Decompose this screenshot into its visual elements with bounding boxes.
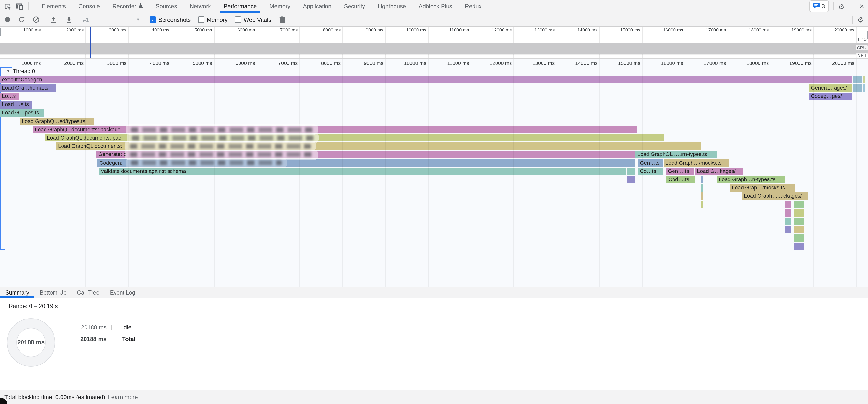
checkbox-box[interactable] xyxy=(198,17,204,23)
flame-bar[interactable]: Load …s.ts xyxy=(0,101,32,108)
details-tab-call-tree[interactable]: Call Tree xyxy=(72,287,104,298)
flame-bar[interactable]: Load Gra…hema.ts xyxy=(0,84,56,92)
flame-bar[interactable] xyxy=(785,218,792,225)
tab-adblock-plus[interactable]: Adblock Plus xyxy=(412,0,459,12)
tab-label: Performance xyxy=(223,3,257,10)
inspect-element-icon[interactable] xyxy=(4,3,11,10)
flame-bar[interactable] xyxy=(853,84,862,92)
issues-badge[interactable]: 3 xyxy=(809,0,829,12)
flame-bar[interactable]: Load Graph…/mocks.ts xyxy=(663,159,729,167)
tab-security[interactable]: Security xyxy=(338,0,371,12)
capture-settings-gear-icon[interactable]: ⚙ xyxy=(857,16,864,23)
flame-bar[interactable]: Load Graph…n-types.ts xyxy=(717,176,785,183)
profile-select[interactable]: #1 ▼ xyxy=(83,17,140,23)
tab-memory[interactable]: Memory xyxy=(263,0,297,12)
window-right-grip[interactable] xyxy=(867,31,868,39)
checkbox-box[interactable] xyxy=(235,17,241,23)
ruler-tick-label: 4000 ms xyxy=(150,60,169,66)
flame-bar[interactable]: Load Graph…packages/ xyxy=(742,192,808,200)
flame-bar[interactable]: Load GraphQL documents: package xyxy=(33,126,637,133)
tab-lighthouse[interactable]: Lighthouse xyxy=(371,0,412,12)
flame-bar-label: Load Graph…/mocks.ts xyxy=(665,160,721,165)
flame-bar[interactable] xyxy=(627,176,635,183)
flame-bar[interactable] xyxy=(785,201,792,208)
flame-bar[interactable]: Load Grap…/mocks.ts xyxy=(730,184,795,192)
blurred-text xyxy=(132,135,314,140)
overview-tick-label: 19000 ms xyxy=(792,27,812,32)
flame-bar[interactable] xyxy=(701,192,703,200)
timeline-overview[interactable]: 1000 ms2000 ms3000 ms4000 ms5000 ms6000 … xyxy=(0,27,868,59)
devtools-window: ElementsConsoleRecorderSourcesNetworkPer… xyxy=(0,0,868,404)
checkbox-web-vitals[interactable]: Web Vitals xyxy=(235,16,271,23)
tab-elements[interactable]: Elements xyxy=(35,0,72,12)
clear-icon[interactable] xyxy=(33,17,39,23)
tab-console[interactable]: Console xyxy=(72,0,106,12)
tab-redux[interactable]: Redux xyxy=(459,0,488,12)
tab-recorder[interactable]: Recorder xyxy=(106,0,149,12)
flame-bar[interactable] xyxy=(863,84,865,92)
flame-bar-label: Load GraphQL documents: pac xyxy=(47,135,121,141)
flame-bar[interactable]: Lo…s xyxy=(0,93,20,100)
flame-bar[interactable] xyxy=(701,184,703,192)
tab-network[interactable]: Network xyxy=(183,0,217,12)
flame-bar[interactable]: Cod….ts xyxy=(666,176,694,183)
tab-performance[interactable]: Performance xyxy=(217,0,263,12)
flame-bar-label: Codeg…ges/ xyxy=(811,93,842,99)
flame-bar[interactable]: Codeg…ges/ xyxy=(809,93,852,100)
thread-header[interactable]: ▼ Thread 0 xyxy=(6,68,35,74)
checkbox-memory[interactable]: Memory xyxy=(198,16,228,23)
window-left-grip[interactable] xyxy=(0,28,1,36)
flame-bar[interactable] xyxy=(627,167,634,175)
flame-bar[interactable] xyxy=(701,201,703,208)
record-button[interactable] xyxy=(5,17,10,22)
flame-bar[interactable]: Load GraphQL …urn-types.ts xyxy=(636,151,717,158)
flame-bar[interactable]: Gen…ts xyxy=(638,159,662,167)
flame-bar[interactable] xyxy=(794,218,804,225)
flame-bar[interactable]: Genera…ages/ xyxy=(809,84,852,92)
tab-sources[interactable]: Sources xyxy=(149,0,183,12)
blurred-text xyxy=(131,161,282,165)
close-icon[interactable]: × xyxy=(860,2,864,10)
kebab-menu-icon[interactable]: ⋮ xyxy=(849,3,855,9)
flame-bar[interactable] xyxy=(853,76,862,83)
trash-icon[interactable] xyxy=(279,16,285,23)
flame-bar[interactable] xyxy=(794,209,804,217)
learn-more-link[interactable]: Learn more xyxy=(108,394,138,401)
checkbox-screenshots[interactable]: ✓Screenshots xyxy=(150,16,191,23)
flame-bar[interactable] xyxy=(785,209,792,217)
settings-gear-icon[interactable]: ⚙ xyxy=(838,3,844,10)
divider xyxy=(78,16,79,24)
flame-bar[interactable]: Validate documents against schema xyxy=(99,167,626,175)
flame-bar[interactable]: Gen….ts xyxy=(666,167,694,175)
flame-bar[interactable]: Load G…pes.ts xyxy=(0,109,44,117)
overview-tick-label: 10000 ms xyxy=(406,27,426,32)
flame-bar[interactable]: executeCodegen xyxy=(0,76,852,83)
details-tab-summary[interactable]: Summary xyxy=(0,287,34,298)
flame-bar[interactable] xyxy=(794,243,804,250)
save-profile-icon[interactable] xyxy=(51,16,57,23)
summary-donut-chart: 20188 ms xyxy=(7,318,55,367)
reload-and-record-icon[interactable] xyxy=(19,17,25,23)
overview-tick-label: 3000 ms xyxy=(109,27,127,32)
thread-label: Thread 0 xyxy=(13,68,35,74)
devtools-tabbar: ElementsConsoleRecorderSourcesNetworkPer… xyxy=(0,0,868,13)
details-tab-event-log[interactable]: Event Log xyxy=(104,287,141,298)
checkbox-box[interactable]: ✓ xyxy=(150,17,156,23)
flame-bar[interactable]: Load G…kages/ xyxy=(695,167,743,175)
overview-tick-label: 12000 ms xyxy=(492,27,512,32)
flame-bar[interactable] xyxy=(794,234,804,242)
flame-bar[interactable] xyxy=(794,201,804,208)
device-toolbar-icon[interactable] xyxy=(16,3,23,10)
flame-bar[interactable] xyxy=(701,176,703,183)
load-profile-icon[interactable] xyxy=(66,16,72,23)
playhead-line[interactable] xyxy=(90,27,91,58)
flame-bar-label: Cod….ts xyxy=(669,176,689,182)
flame-bar[interactable] xyxy=(863,76,865,83)
flame-bar[interactable] xyxy=(794,226,804,233)
tab-application[interactable]: Application xyxy=(297,0,338,12)
flame-bar[interactable] xyxy=(785,226,792,233)
flame-chart[interactable]: 1000 ms2000 ms3000 ms4000 ms5000 ms6000 … xyxy=(0,59,868,287)
details-tab-bottom-up[interactable]: Bottom-Up xyxy=(34,287,72,298)
flame-bar[interactable]: Load GraphQ…ed/types.ts xyxy=(20,118,94,125)
flame-bar[interactable]: Co…ts xyxy=(638,167,662,175)
